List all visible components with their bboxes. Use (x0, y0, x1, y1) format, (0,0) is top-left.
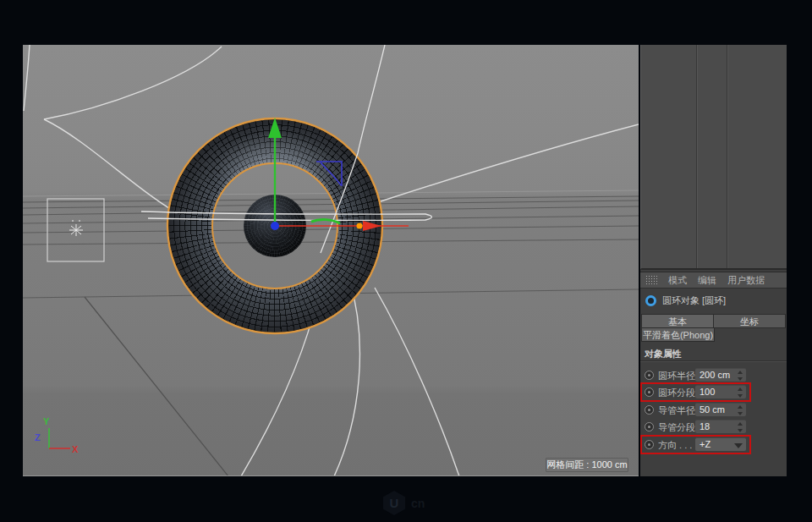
orientation-dropdown[interactable]: +Z (695, 437, 746, 451)
field-value: 18 (700, 421, 710, 431)
menu-userdata[interactable]: 用户数据 (727, 274, 765, 287)
property-label: 导管半径 (658, 404, 695, 417)
property-row-pipe-radius: 导管半径 50 cm (640, 403, 787, 417)
axis-y-label: Y (43, 416, 50, 426)
axis-z-label: Z (35, 432, 41, 442)
stepper-icon[interactable] (737, 405, 743, 415)
gizmo-x-axis[interactable] (275, 221, 409, 231)
property-label: 圆环分段 (658, 387, 695, 399)
watermark-text: cn (411, 497, 425, 510)
y-arrowhead-icon[interactable] (268, 118, 282, 138)
animation-dot-icon[interactable] (645, 422, 654, 431)
chevron-down-icon (734, 443, 743, 448)
property-label: 导管分段 (658, 421, 695, 434)
animation-dot-icon[interactable] (645, 405, 654, 415)
stepper-icon[interactable] (737, 371, 743, 381)
grip-handle-icon[interactable] (645, 275, 657, 285)
column-divider (727, 45, 727, 268)
tab-phong[interactable]: 平滑着色(Phong) (641, 327, 715, 342)
property-row-orientation: 方向 . . . +Z (640, 437, 787, 452)
object-header: 圆环对象 [圆环] (640, 293, 787, 308)
attribute-menubar: 模式 编辑 用户数据 (640, 272, 787, 288)
property-label: 方向 . . . (658, 439, 692, 452)
property-row-ring-segments: 圆环分段 100 (640, 385, 787, 399)
field-value: 50 cm (700, 404, 725, 415)
property-row-ring-radius: 圆环半径 200 cm (640, 368, 787, 382)
menu-edit[interactable]: 编辑 (698, 274, 716, 287)
pipe-radius-input[interactable]: 50 cm (695, 403, 746, 416)
gizmo-origin-dot[interactable] (271, 222, 279, 230)
tab-basic[interactable]: 基本 (641, 314, 714, 328)
tab-coordinates[interactable]: 坐标 (713, 314, 786, 328)
watermark: U cn (383, 491, 425, 515)
axis-x-label: X (72, 444, 79, 454)
field-value: +Z (700, 439, 710, 449)
field-value: 100 (700, 387, 715, 397)
pipe-segments-input[interactable]: 18 (695, 420, 746, 433)
world-axis-indicator: Y Z X (35, 416, 79, 454)
viewport-overlay-layer: Y Z X (23, 45, 639, 476)
attribute-manager-panel: 模式 编辑 用户数据 圆环对象 [圆环] 基本 坐标 平滑着色(Phong) 对… (640, 45, 787, 476)
animation-dot-icon[interactable] (645, 371, 654, 380)
animation-dot-icon[interactable] (645, 387, 654, 397)
torus-object-icon (645, 295, 656, 306)
section-title: 对象属性 (640, 347, 787, 361)
menu-mode[interactable]: 模式 (668, 274, 687, 287)
attribute-tabs: 基本 坐标 平滑着色(Phong) (641, 314, 787, 342)
field-value: 200 cm (700, 370, 730, 380)
ring-radius-input[interactable]: 200 cm (695, 368, 746, 382)
spline-curves-front (141, 45, 432, 253)
grid-spacing-badge: 网格间距 : 1000 cm (546, 458, 628, 472)
watermark-logo-icon: U (383, 491, 405, 515)
stepper-icon[interactable] (737, 422, 743, 432)
column-divider (696, 45, 697, 268)
property-label: 圆环半径 (658, 370, 695, 382)
stepper-icon[interactable] (737, 387, 743, 398)
gizmo-y-axis[interactable] (268, 118, 282, 226)
application-window: Y Z X 网格间距 : 1000 cm 模式 编辑 用户数据 圆环对象 [圆环… (0, 0, 812, 522)
ring-segments-input[interactable]: 100 (695, 385, 746, 398)
empty-manager-area[interactable] (640, 45, 787, 270)
animation-dot-icon[interactable] (645, 440, 654, 449)
property-row-pipe-segments: 导管分段 18 (640, 420, 787, 434)
x-arrowhead-icon[interactable] (363, 221, 381, 231)
object-title: 圆环对象 [圆环] (662, 294, 726, 307)
scale-handle-dot[interactable] (357, 223, 363, 229)
3d-viewport[interactable]: Y Z X 网格间距 : 1000 cm (23, 45, 639, 476)
